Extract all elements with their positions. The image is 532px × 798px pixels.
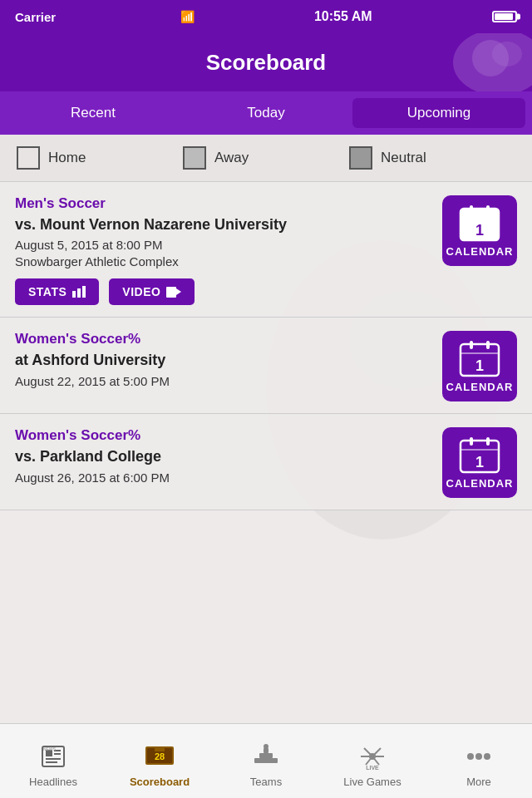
teams-icon bbox=[251, 741, 281, 771]
calendar-label-1: CALENDAR bbox=[446, 245, 514, 258]
calendar-btn-1[interactable]: 1 CALENDAR bbox=[442, 195, 517, 266]
svg-rect-41 bbox=[155, 748, 165, 751]
away-label: Away bbox=[214, 150, 249, 166]
video-button-1[interactable]: VIDEO bbox=[109, 278, 195, 305]
opponent-1: vs. Mount Vernon Nazarene University bbox=[15, 215, 432, 234]
opponent-2: at Ashford University bbox=[15, 351, 432, 370]
svg-rect-42 bbox=[254, 758, 278, 763]
svg-rect-43 bbox=[259, 753, 273, 758]
bottom-nav: NEWS Headlines 28 Scoreboard Teams bbox=[0, 723, 532, 798]
more-icon bbox=[464, 741, 494, 771]
game-card-3: Women's Soccer% vs. Parkland College Aug… bbox=[0, 414, 532, 510]
svg-rect-8 bbox=[72, 291, 76, 298]
tab-bar: Recent Today Upcoming bbox=[0, 91, 532, 135]
filter-row: Home Away Neutral bbox=[0, 135, 532, 182]
svg-point-2 bbox=[492, 42, 522, 66]
video-label-1: VIDEO bbox=[122, 285, 160, 298]
battery-icon bbox=[492, 11, 517, 22]
tab-today[interactable]: Today bbox=[180, 98, 352, 128]
tiger-watermark bbox=[432, 33, 532, 91]
nav-headlines[interactable]: NEWS Headlines bbox=[0, 724, 106, 798]
home-checkbox[interactable] bbox=[17, 146, 40, 170]
game-info-3: Women's Soccer% vs. Parkland College Aug… bbox=[15, 427, 432, 486]
svg-rect-17 bbox=[470, 205, 473, 214]
calendar-icon-3: 1 bbox=[459, 436, 500, 474]
sport-title-1: Men's Soccer bbox=[15, 195, 432, 212]
svg-marker-12 bbox=[176, 288, 181, 295]
svg-text:1: 1 bbox=[475, 357, 484, 374]
action-buttons-1: STATS VIDEO bbox=[15, 278, 432, 305]
svg-rect-19 bbox=[461, 217, 499, 219]
svg-rect-28 bbox=[486, 437, 490, 446]
away-checkbox[interactable] bbox=[183, 146, 206, 170]
tab-upcoming[interactable]: Upcoming bbox=[352, 98, 525, 128]
headlines-label: Headlines bbox=[29, 776, 77, 788]
svg-point-55 bbox=[475, 753, 482, 760]
calendar-icon-2: 1 bbox=[459, 339, 500, 377]
svg-text:NEWS: NEWS bbox=[43, 746, 57, 751]
header: Scoreboard bbox=[0, 33, 532, 91]
sport-title-3: Women's Soccer% bbox=[15, 427, 432, 444]
live-icon: LIVE bbox=[357, 741, 387, 771]
svg-point-56 bbox=[484, 753, 490, 760]
stats-label-1: STATS bbox=[28, 285, 66, 298]
svg-text:28: 28 bbox=[155, 751, 165, 761]
news-icon: NEWS bbox=[38, 741, 68, 771]
game-info-2: Women's Soccer% at Ashford University Au… bbox=[15, 331, 432, 390]
svg-text:LIVE: LIVE bbox=[366, 765, 379, 770]
filter-home[interactable]: Home bbox=[17, 146, 183, 170]
svg-rect-23 bbox=[486, 341, 490, 349]
time-label: 10:55 AM bbox=[314, 9, 372, 24]
tab-recent[interactable]: Recent bbox=[7, 98, 180, 128]
video-icon bbox=[166, 287, 181, 298]
stats-button-1[interactable]: STATS bbox=[15, 278, 99, 305]
svg-rect-18 bbox=[486, 205, 490, 214]
teams-label: Teams bbox=[250, 776, 282, 788]
game-date-2: August 22, 2015 at 5:00 PM bbox=[15, 374, 432, 388]
scoreboard-icon: 28 bbox=[145, 741, 175, 771]
svg-text:1: 1 bbox=[475, 454, 484, 470]
filter-away[interactable]: Away bbox=[183, 146, 349, 170]
game-date-3: August 26, 2015 at 6:00 PM bbox=[15, 470, 432, 485]
calendar-btn-2[interactable]: 1 CALENDAR bbox=[442, 331, 517, 401]
svg-rect-9 bbox=[77, 288, 81, 298]
game-card-2: Women's Soccer% at Ashford University Au… bbox=[0, 318, 532, 414]
calendar-label-2: CALENDAR bbox=[446, 381, 514, 393]
svg-point-54 bbox=[467, 753, 474, 760]
calendar-btn-3[interactable]: 1 CALENDAR bbox=[442, 427, 517, 498]
page-title: Scoreboard bbox=[206, 50, 327, 76]
game-venue-1: Snowbarger Athletic Complex bbox=[15, 254, 432, 268]
svg-text:1: 1 bbox=[475, 222, 484, 239]
svg-rect-10 bbox=[82, 286, 86, 298]
wifi-icon: 📶 bbox=[180, 10, 195, 23]
svg-rect-34 bbox=[54, 753, 61, 755]
svg-rect-36 bbox=[46, 761, 57, 763]
nav-scoreboard[interactable]: 28 Scoreboard bbox=[106, 724, 213, 798]
opponent-3: vs. Parkland College bbox=[15, 447, 432, 466]
svg-rect-11 bbox=[166, 287, 176, 298]
svg-rect-22 bbox=[470, 341, 473, 349]
game-info-1: Men's Soccer vs. Mount Vernon Nazarene U… bbox=[15, 195, 432, 305]
svg-rect-35 bbox=[46, 758, 61, 760]
carrier-label: Carrier bbox=[15, 10, 56, 24]
game-date-1: August 5, 2015 at 8:00 PM bbox=[15, 238, 432, 252]
home-label: Home bbox=[48, 150, 86, 166]
svg-point-52 bbox=[369, 753, 376, 760]
svg-rect-24 bbox=[461, 352, 499, 354]
game-card-1: Men's Soccer vs. Mount Vernon Nazarene U… bbox=[0, 182, 532, 318]
scoreboard-label: Scoreboard bbox=[130, 776, 190, 788]
nav-teams[interactable]: Teams bbox=[213, 724, 319, 798]
more-label: More bbox=[466, 776, 491, 788]
sport-title-2: Women's Soccer% bbox=[15, 331, 432, 347]
main-content: Men's Soccer vs. Mount Vernon Nazarene U… bbox=[0, 182, 532, 756]
filter-neutral[interactable]: Neutral bbox=[349, 146, 515, 170]
status-bar: Carrier 📶 10:55 AM bbox=[0, 0, 532, 33]
nav-live-games[interactable]: LIVE Live Games bbox=[319, 724, 426, 798]
neutral-checkbox[interactable] bbox=[349, 146, 372, 170]
svg-rect-29 bbox=[461, 449, 499, 451]
svg-point-45 bbox=[264, 744, 268, 749]
calendar-icon-1: 1 bbox=[459, 204, 500, 242]
live-games-label: Live Games bbox=[343, 776, 401, 788]
nav-more[interactable]: More bbox=[426, 724, 532, 798]
calendar-label-3: CALENDAR bbox=[446, 477, 514, 490]
